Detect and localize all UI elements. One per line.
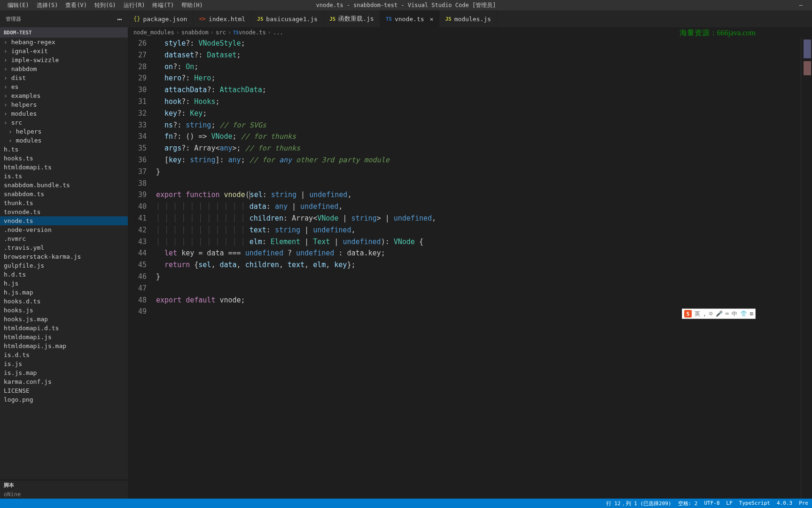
tree-item[interactable]: nabbdom	[0, 64, 128, 73]
tree-item[interactable]: htmldomapi.ts	[0, 163, 128, 172]
menu-选择[interactable]: 选择(S)	[33, 1, 62, 9]
breadcrumb-item[interactable]: ...	[273, 29, 283, 36]
tab-函数重载.js[interactable]: JS函数重载.js	[324, 10, 380, 27]
more-icon[interactable]: ⋯	[115, 14, 124, 24]
tree-item[interactable]: karma.conf.js	[0, 377, 128, 386]
menu-查看[interactable]: 查看(V)	[62, 1, 91, 9]
tree-item[interactable]: h.js	[0, 279, 128, 288]
file-tree: hebang-regexignal-exitimple-swizzlenabbd…	[0, 38, 128, 480]
tree-item[interactable]: browserstack-karma.js	[0, 252, 128, 261]
ime-toolbar[interactable]: S 英 , ☺ 🎤 ⌨ 中 👕 ⊞	[682, 309, 756, 319]
menu-转到[interactable]: 转到(G)	[91, 1, 120, 9]
breadcrumb-item[interactable]: node_modules	[133, 29, 174, 36]
js-icon: JS	[329, 16, 336, 22]
breadcrumb-item[interactable]: src	[216, 29, 226, 36]
ime-keyboard-icon[interactable]: ⌨	[726, 310, 729, 317]
tree-item[interactable]: h.js.map	[0, 288, 128, 297]
tree-item[interactable]: .nvmrc	[0, 234, 128, 243]
tree-item[interactable]: gulpfile.js	[0, 261, 128, 270]
tree-item[interactable]: .node-version	[0, 225, 128, 234]
tree-item[interactable]: modules	[0, 109, 128, 118]
tree-item[interactable]: hooks.js	[0, 306, 128, 315]
ime-emoji-icon[interactable]: ☺	[709, 310, 712, 317]
editor-area: {}package.json<>index.htmlJSbasicusage1.…	[128, 10, 812, 499]
ime-mic-icon[interactable]: 🎤	[716, 310, 723, 317]
tree-item[interactable]: LICENSE	[0, 386, 128, 395]
explorer-sidebar: 管理器 ⋯ BDOM-TEST hebang-regexignal-exitim…	[0, 10, 128, 499]
line-gutter: 2627282930313233343536373839404142434445…	[128, 38, 156, 499]
explorer-title: 管理器	[6, 16, 21, 23]
tree-item[interactable]: ignal-exit	[0, 47, 128, 56]
ts-icon: TS	[386, 16, 392, 22]
tree-item[interactable]: .travis.yml	[0, 243, 128, 252]
tree-item[interactable]: src	[0, 118, 128, 127]
statusbar: 行 12，列 1 (已选择209)空格: 2UTF-8LFTypeScript4…	[0, 499, 812, 508]
menu-编辑[interactable]: 编辑(E)	[4, 1, 33, 9]
breadcrumb-item[interactable]: vnode.ts	[239, 29, 266, 36]
outline-header[interactable]: 脚本	[0, 480, 128, 490]
menu-帮助[interactable]: 帮助(H)	[178, 1, 207, 9]
close-icon[interactable]: ×	[430, 16, 434, 23]
tabnine-label: oNine	[0, 490, 128, 499]
tree-item[interactable]: hebang-regex	[0, 38, 128, 47]
tab-vnode.ts[interactable]: TSvnode.ts×	[380, 10, 440, 27]
tab-modules.js[interactable]: JSmodules.js	[439, 10, 497, 27]
watermark-text: 海量资源：666java.com	[679, 28, 756, 38]
status-item[interactable]: TypeScript	[739, 500, 770, 507]
tab-package.json[interactable]: {}package.json	[128, 10, 193, 27]
tree-item[interactable]: is.ts	[0, 172, 128, 181]
ime-cn[interactable]: 中	[732, 310, 737, 318]
status-item[interactable]: LF	[726, 500, 733, 507]
ime-skin-icon[interactable]: 👕	[740, 310, 747, 317]
tree-item[interactable]: snabbdom.ts	[0, 190, 128, 198]
tree-item[interactable]: htmldomapi.js.map	[0, 341, 128, 350]
tree-item[interactable]: thunk.ts	[0, 198, 128, 207]
tree-item[interactable]: hooks.js.map	[0, 315, 128, 324]
minimize-icon[interactable]: —	[794, 2, 808, 8]
menu-运行[interactable]: 运行(R)	[120, 1, 149, 9]
breadcrumb-item[interactable]: snabbdom	[181, 29, 209, 36]
html-icon: <>	[199, 16, 205, 22]
tree-item[interactable]: logo.png	[0, 395, 128, 404]
tree-item[interactable]: helpers	[0, 127, 128, 136]
tree-item[interactable]: hooks.d.ts	[0, 297, 128, 306]
status-item[interactable]: 空格: 2	[678, 500, 698, 507]
tree-item[interactable]: h.ts	[0, 145, 128, 154]
ime-grid-icon[interactable]: ⊞	[750, 310, 753, 317]
tree-item[interactable]: is.js	[0, 359, 128, 368]
tree-item[interactable]: htmldomapi.js	[0, 333, 128, 341]
window-title: vnode.ts - snabbdom-test - Visual Studio…	[316, 1, 496, 9]
tree-item[interactable]: modules	[0, 136, 128, 145]
editor-tabs: {}package.json<>index.htmlJSbasicusage1.…	[128, 10, 812, 27]
ime-logo-icon: S	[684, 310, 692, 318]
code-editor[interactable]: 2627282930313233343536373839404142434445…	[128, 38, 812, 499]
ime-lang[interactable]: 英	[695, 310, 700, 318]
tree-item[interactable]: examples	[0, 91, 128, 100]
status-item[interactable]: 行 12，列 1 (已选择209)	[606, 500, 671, 507]
tree-item[interactable]: vnode.ts	[0, 216, 128, 225]
tree-item[interactable]: helpers	[0, 100, 128, 109]
tree-item[interactable]: es	[0, 82, 128, 91]
project-name[interactable]: BDOM-TEST	[0, 27, 128, 38]
tree-item[interactable]: hooks.ts	[0, 154, 128, 163]
js-icon: JS	[445, 16, 451, 22]
tree-item[interactable]: imple-swizzle	[0, 56, 128, 64]
js-icon: JS	[257, 16, 263, 22]
tree-item[interactable]: tovnode.ts	[0, 207, 128, 216]
code-lines[interactable]: style?: VNodeStyle; dataset?: Dataset; o…	[156, 38, 801, 499]
tree-item[interactable]: snabbdom.bundle.ts	[0, 181, 128, 190]
status-item[interactable]: 4.0.3	[777, 500, 792, 507]
ime-punct[interactable]: ,	[703, 310, 706, 317]
tree-item[interactable]: dist	[0, 73, 128, 82]
tab-basicusage1.js[interactable]: JSbasicusage1.js	[251, 10, 324, 27]
minimap[interactable]	[801, 38, 812, 499]
tree-item[interactable]: h.d.ts	[0, 270, 128, 279]
menu-终端[interactable]: 终端(T)	[148, 1, 178, 9]
tab-index.html[interactable]: <>index.html	[193, 10, 251, 27]
tree-item[interactable]: htmldomapi.d.ts	[0, 324, 128, 333]
tree-item[interactable]: is.js.map	[0, 368, 128, 377]
tree-item[interactable]: is.d.ts	[0, 350, 128, 359]
json-icon: {}	[133, 16, 140, 22]
status-item[interactable]: UTF-8	[704, 500, 719, 507]
status-item[interactable]: Pre	[799, 500, 808, 507]
